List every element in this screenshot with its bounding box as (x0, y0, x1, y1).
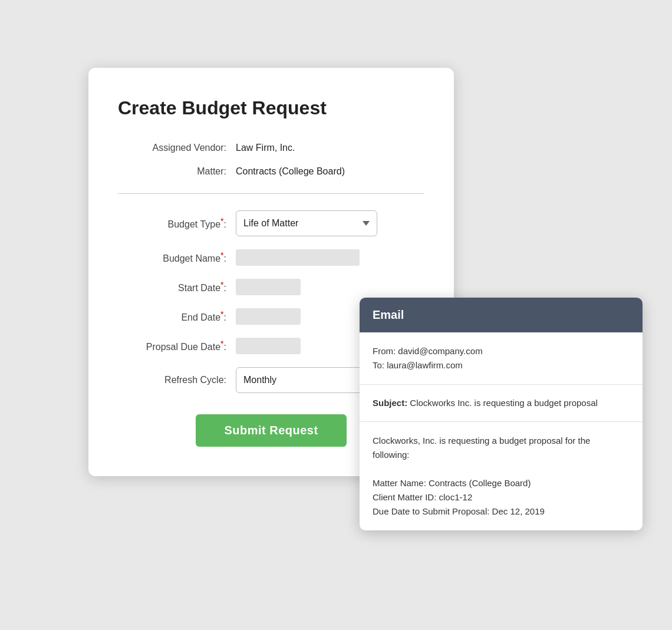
refresh-cycle-label: Refresh Cycle: (118, 375, 236, 385)
end-date-input[interactable] (236, 308, 301, 325)
refresh-cycle-select-wrapper: Monthly Weekly Quarterly Annual (236, 367, 377, 393)
matter-label: Matter: (118, 166, 236, 177)
email-from: From: david@company.com (373, 344, 630, 358)
matter-row: Matter: Contracts (College Board) (118, 166, 424, 177)
start-date-label: Start Date*: (118, 280, 236, 293)
proposal-due-date-input[interactable] (236, 338, 301, 354)
assigned-vendor-row: Assigned Vendor: Law Firm, Inc. (118, 143, 424, 153)
email-body-intro: Clockworks, Inc. is requesting a budget … (373, 434, 630, 462)
budget-type-select[interactable]: Life of Matter Monthly Annual (236, 210, 377, 236)
submit-request-button[interactable]: Submit Request (196, 414, 346, 447)
budget-name-label: Budget Name*: (118, 250, 236, 264)
budget-type-required: * (220, 216, 223, 226)
email-matter-name: Matter Name: Contracts (College Board) (373, 476, 630, 490)
email-subject-section: Subject: Clockworks Inc. is requesting a… (360, 385, 643, 423)
proposal-due-date-required: * (220, 339, 223, 348)
end-date-label: End Date*: (118, 309, 236, 323)
start-date-input[interactable] (236, 279, 301, 295)
assigned-vendor-value: Law Firm, Inc. (236, 143, 295, 153)
form-title: Create Budget Request (118, 97, 424, 119)
budget-type-select-wrapper: Life of Matter Monthly Annual (236, 210, 377, 236)
matter-value: Contracts (College Board) (236, 166, 345, 177)
email-client-matter-id: Client Matter ID: cloc1-12 (373, 490, 630, 504)
form-divider (118, 193, 424, 194)
email-subject-label: Subject: (373, 398, 407, 408)
email-card: Email From: david@company.com To: laura@… (360, 298, 643, 531)
email-header: Email (360, 298, 643, 332)
start-date-row: Start Date*: (118, 279, 424, 295)
email-body: From: david@company.com To: laura@lawfir… (360, 332, 643, 531)
email-body-section: Clockworks, Inc. is requesting a budget … (360, 422, 643, 530)
email-from-to: From: david@company.com To: laura@lawfir… (360, 332, 643, 385)
info-section: Assigned Vendor: Law Firm, Inc. Matter: … (118, 143, 424, 177)
end-date-required: * (220, 309, 223, 319)
budget-name-row: Budget Name*: (118, 249, 424, 266)
refresh-cycle-select[interactable]: Monthly Weekly Quarterly Annual (236, 367, 377, 393)
start-date-required: * (220, 280, 223, 289)
proposal-due-date-label: Propsal Due Date*: (118, 339, 236, 352)
email-due-date: Due Date to Submit Proposal: Dec 12, 201… (373, 504, 630, 519)
budget-name-input[interactable] (236, 249, 360, 266)
assigned-vendor-label: Assigned Vendor: (118, 143, 236, 153)
budget-type-row: Budget Type*: Life of Matter Monthly Ann… (118, 210, 424, 236)
budget-type-label: Budget Type*: (118, 216, 236, 230)
budget-name-required: * (220, 250, 223, 260)
email-to: To: laura@lawfirm.com (373, 358, 630, 372)
email-subject-text: Clockworks Inc. is requesting a budget p… (410, 398, 598, 408)
